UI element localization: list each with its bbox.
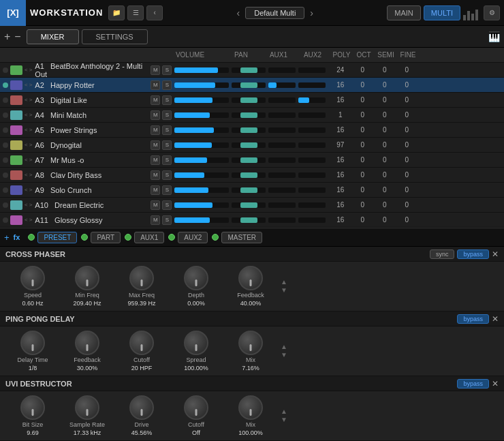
knob-feedback[interactable] xyxy=(238,266,263,290)
aux1-bar[interactable] xyxy=(268,142,296,148)
close-icon[interactable]: ✕ xyxy=(492,314,499,324)
keyboard-icon[interactable]: 🎹 xyxy=(488,31,500,42)
solo-button[interactable]: S xyxy=(162,200,172,210)
pan-bar[interactable] xyxy=(232,67,266,73)
mute-button[interactable]: M xyxy=(151,125,160,135)
mute-button[interactable]: M xyxy=(151,170,160,180)
aux2-bar[interactable] xyxy=(298,217,326,223)
volume-bar[interactable] xyxy=(174,217,229,223)
solo-button[interactable]: S xyxy=(162,185,172,195)
knob-spread[interactable] xyxy=(184,331,208,355)
aux2-bar[interactable] xyxy=(298,112,326,118)
solo-button[interactable]: S xyxy=(162,170,172,180)
nav-down-arrow[interactable]: ▼ xyxy=(281,416,287,423)
pan-bar[interactable] xyxy=(232,127,266,133)
aux1-bar[interactable] xyxy=(268,157,296,163)
nav-up-arrow[interactable]: ▲ xyxy=(281,344,287,350)
part-power[interactable] xyxy=(81,234,88,241)
multi-button[interactable]: MULTI xyxy=(424,5,460,20)
table-row[interactable]: <> A1 BeatBox Anthology 2 - Multi Out M … xyxy=(0,63,504,78)
solo-button[interactable]: S xyxy=(162,155,172,165)
aux1-segment-label[interactable]: AUX1 xyxy=(134,232,164,243)
table-row[interactable]: <> A11 Glossy Glossy M S 16 0 0 0 xyxy=(0,213,504,228)
aux1-bar[interactable] xyxy=(268,97,296,103)
master-power[interactable] xyxy=(212,234,219,241)
knob-mix[interactable] xyxy=(238,395,263,420)
volume-bar[interactable] xyxy=(174,112,229,118)
mute-button[interactable]: M xyxy=(151,80,160,90)
aux2-bar[interactable] xyxy=(298,157,326,163)
aux1-bar[interactable] xyxy=(268,112,296,118)
aux2-bar[interactable] xyxy=(298,142,326,148)
knob-cutoff[interactable] xyxy=(184,395,208,420)
aux2-bar[interactable] xyxy=(298,127,326,133)
master-segment-label[interactable]: MASTER xyxy=(221,232,262,243)
volume-bar[interactable] xyxy=(174,202,229,208)
volume-bar[interactable] xyxy=(174,157,229,163)
pan-bar[interactable] xyxy=(232,112,266,118)
preset-power[interactable] xyxy=(28,234,35,241)
pan-bar[interactable] xyxy=(232,142,266,148)
solo-button[interactable]: S xyxy=(162,65,172,75)
aux1-power[interactable] xyxy=(125,234,131,241)
mute-button[interactable]: M xyxy=(151,185,160,195)
table-row[interactable]: <> A9 Solo Crunch M S 16 0 0 0 xyxy=(0,183,504,198)
volume-bar[interactable] xyxy=(174,172,229,178)
table-row[interactable]: <> A6 Dynogital M S 97 0 0 0 xyxy=(0,138,504,153)
table-row[interactable]: <> A2 Happy Rotter M S 16 0 0 0 xyxy=(0,78,504,93)
table-row[interactable]: <> A5 Power Strings M S 16 0 0 0 xyxy=(0,123,504,138)
volume-bar[interactable] xyxy=(174,82,229,88)
knob-cutoff[interactable] xyxy=(129,331,154,355)
volume-bar[interactable] xyxy=(174,127,229,133)
nav-up-arrow[interactable]: ▲ xyxy=(281,279,287,286)
knob-min-freq[interactable] xyxy=(75,266,99,290)
tab-mixer[interactable]: MIXER xyxy=(27,29,79,44)
part-segment-label[interactable]: PART xyxy=(91,232,121,243)
knob-mix[interactable] xyxy=(238,331,263,355)
sync-button[interactable]: sync xyxy=(430,249,455,259)
solo-button[interactable]: S xyxy=(162,125,172,135)
solo-button[interactable]: S xyxy=(162,95,172,105)
knob-sample-rate[interactable] xyxy=(75,395,99,420)
aux2-bar[interactable] xyxy=(298,67,326,73)
aux1-bar[interactable] xyxy=(268,187,296,193)
add-part-button[interactable]: + xyxy=(4,31,10,42)
table-row[interactable]: <> A4 Mini Match M S 1 0 0 0 xyxy=(0,108,504,123)
knob-depth[interactable] xyxy=(184,266,208,290)
nav-up-arrow[interactable]: ▲ xyxy=(281,408,287,415)
mute-button[interactable]: M xyxy=(151,155,160,165)
preset-segment-label[interactable]: PRESET xyxy=(37,232,77,243)
knob-delay-time[interactable] xyxy=(20,331,45,355)
close-icon[interactable]: ✕ xyxy=(492,379,499,389)
aux1-bar[interactable] xyxy=(268,82,296,88)
table-row[interactable]: <> A3 Digital Like M S 16 0 0 0 xyxy=(0,93,504,108)
volume-bar[interactable] xyxy=(174,187,229,193)
knob-feedback[interactable] xyxy=(75,331,99,355)
solo-button[interactable]: S xyxy=(162,215,172,225)
tab-settings[interactable]: SETTINGS xyxy=(82,29,148,44)
solo-button[interactable]: S xyxy=(162,140,172,150)
remove-part-button[interactable]: − xyxy=(14,31,20,42)
pan-bar[interactable] xyxy=(232,202,266,208)
back-icon[interactable]: ‹ xyxy=(146,5,163,20)
aux2-bar[interactable] xyxy=(298,82,326,88)
volume-bar[interactable] xyxy=(174,142,229,148)
table-row[interactable]: <> A10 Dream Electric M S 16 0 0 0 xyxy=(0,198,504,213)
aux2-bar[interactable] xyxy=(298,187,326,193)
pan-bar[interactable] xyxy=(232,172,266,178)
pan-bar[interactable] xyxy=(232,82,266,88)
knob-speed[interactable] xyxy=(20,266,45,290)
add-fx-button[interactable]: + xyxy=(4,232,10,243)
aux1-bar[interactable] xyxy=(268,202,296,208)
aux2-bar[interactable] xyxy=(298,202,326,208)
preset-next[interactable]: › xyxy=(310,7,313,18)
settings-icon[interactable]: ⚙ xyxy=(484,5,500,20)
mute-button[interactable]: M xyxy=(151,95,160,105)
aux1-bar[interactable] xyxy=(268,67,296,73)
solo-button[interactable]: S xyxy=(162,80,172,90)
mute-button[interactable]: M xyxy=(151,110,160,120)
bypass-button[interactable]: bypass xyxy=(457,379,489,389)
aux2-segment-label[interactable]: AUX2 xyxy=(178,232,208,243)
table-row[interactable]: <> A7 Mr Mus -o M S 16 0 0 0 xyxy=(0,153,504,168)
aux1-bar[interactable] xyxy=(268,217,296,223)
